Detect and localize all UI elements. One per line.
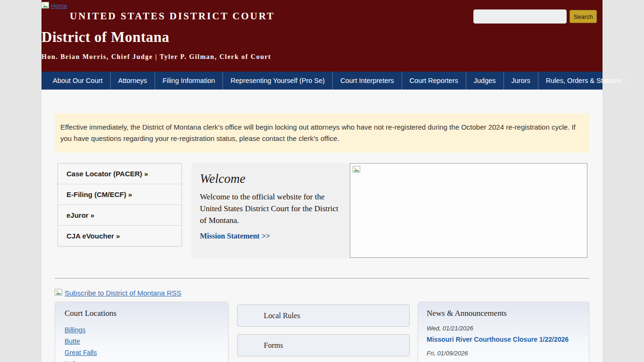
sidebar-link-cmecf[interactable]: E-Filing (CM/ECF) » xyxy=(58,184,182,205)
court-location-link-billings[interactable]: Billings xyxy=(65,324,85,336)
court-location-link-great-falls[interactable]: Great Falls xyxy=(65,347,97,358)
search-button[interactable]: Search xyxy=(570,10,597,23)
nav-item-judges[interactable]: Judges xyxy=(466,72,504,90)
court-locations-list: Billings Butte Great Falls Helena xyxy=(65,324,228,362)
court-location-link-butte[interactable]: Butte xyxy=(65,336,80,347)
nav-item-court-interpreters[interactable]: Court Interpreters xyxy=(333,72,402,90)
mission-statement-link[interactable]: Mission Statement >> xyxy=(200,232,270,240)
court-locations-title: Court Locations xyxy=(65,309,228,318)
news-item-date: Fri, 01/09/2026 xyxy=(427,350,582,357)
sidebar-link-cja-evoucher[interactable]: CJA eVoucher » xyxy=(58,226,182,246)
search-area: Search xyxy=(473,9,597,24)
local-rules-button[interactable]: Local Rules xyxy=(237,304,410,327)
alert-banner: Effective immediately, the District of M… xyxy=(55,113,589,153)
nav-item-attorneys[interactable]: Attorneys xyxy=(111,72,155,90)
welcome-text: Welcome to the official website for the … xyxy=(200,191,346,226)
nav-item-jurors[interactable]: Jurors xyxy=(504,72,538,90)
officials-line: Hon. Brian Morris, Chief Judge | Tyler P… xyxy=(41,46,603,61)
home-link[interactable]: Home xyxy=(41,2,67,10)
bottom-row: Court Locations Billings Butte Great Fal… xyxy=(55,302,589,362)
nav-item-about-our-court[interactable]: About Our Court xyxy=(45,72,111,90)
page-wrapper: Home UNITED STATES DISTRICT COURT Distri… xyxy=(41,0,603,362)
rss-link-label: Subscribe to District of Montana RSS xyxy=(65,289,182,297)
court-location-link-helena[interactable]: Helena xyxy=(65,358,85,362)
news-item-link[interactable]: Missouri River Courthouse Closure 1/22/2… xyxy=(427,336,582,343)
broken-image-icon xyxy=(41,2,49,10)
welcome-section: Welcome Welcome to the official website … xyxy=(191,163,587,258)
quick-links-sidebar: Case Locator (PACER) » E-Filing (CM/ECF)… xyxy=(58,163,182,247)
nav-item-representing-yourself[interactable]: Representing Yourself (Pro Se) xyxy=(223,72,333,90)
search-input[interactable] xyxy=(473,9,567,24)
content-divider xyxy=(55,278,589,279)
district-title: District of Montana xyxy=(41,22,603,46)
nav-item-filing-information[interactable]: Filing Information xyxy=(155,72,223,90)
forms-button[interactable]: Forms xyxy=(237,334,410,356)
sidebar-link-pacer[interactable]: Case Locator (PACER) » xyxy=(58,164,182,184)
welcome-image-placeholder xyxy=(350,163,587,258)
nav-item-rules-orders-statutes[interactable]: Rules, Orders & Statutes xyxy=(538,72,629,90)
court-locations-panel: Court Locations Billings Butte Great Fal… xyxy=(55,302,229,362)
broken-image-icon xyxy=(353,166,360,174)
home-link-label: Home xyxy=(51,2,67,9)
main-nav: About Our Court Attorneys Filing Informa… xyxy=(41,72,603,90)
news-panel: News & Announcements Wed, 01/21/2026 Mis… xyxy=(418,302,589,362)
broken-image-icon xyxy=(55,289,62,297)
quick-pages-column: Local Rules Forms xyxy=(237,302,410,362)
site-header: Home UNITED STATES DISTRICT COURT Distri… xyxy=(41,0,603,72)
sidebar-link-ejuror[interactable]: eJuror » xyxy=(58,205,182,226)
nav-item-court-reporters[interactable]: Court Reporters xyxy=(402,72,466,90)
news-item-date: Wed, 01/21/2026 xyxy=(427,325,582,332)
main-content-row: Case Locator (PACER) » E-Filing (CM/ECF)… xyxy=(41,163,603,258)
news-title: News & Announcements xyxy=(427,309,582,318)
rss-subscribe-link[interactable]: Subscribe to District of Montana RSS xyxy=(55,289,182,297)
